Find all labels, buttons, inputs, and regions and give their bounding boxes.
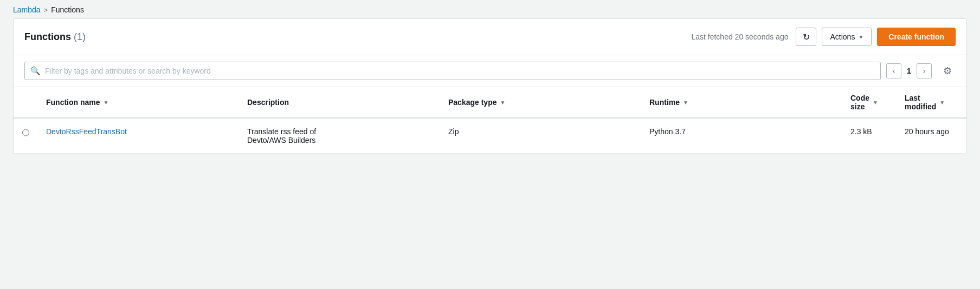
th-function-name[interactable]: Function name ▼ [37, 87, 238, 117]
sort-package-type-icon: ▼ [500, 100, 506, 106]
th-code-size[interactable]: Codesize ▼ [842, 87, 896, 117]
sort-code-size-icon: ▼ [873, 100, 878, 106]
search-input-wrap: 🔍 [24, 62, 881, 80]
row-last-modified-cell: 20 hours ago [896, 119, 966, 144]
refresh-button[interactable]: ↻ [796, 28, 816, 46]
row-radio-cell[interactable] [14, 119, 37, 146]
row-code-size-cell: 2.3 kB [842, 119, 896, 144]
row-description-cell: Translate rss feed of Devto/AWS Builders [238, 119, 440, 153]
breadcrumb-lambda-link[interactable]: Lambda [13, 5, 41, 14]
row-description-line1: Translate rss feed of [247, 127, 316, 136]
panel-title-area: Functions (1) [24, 31, 86, 43]
th-last-modified[interactable]: Lastmodified ▼ [896, 87, 966, 117]
search-input[interactable] [45, 67, 875, 75]
th-package-type[interactable]: Package type ▼ [440, 87, 641, 117]
function-name-link[interactable]: DevtoRssFeedTransBot [46, 127, 127, 136]
breadcrumb-separator: > [44, 6, 48, 14]
actions-button[interactable]: Actions ▼ [822, 28, 872, 46]
table-row: DevtoRssFeedTransBot Translate rss feed … [14, 119, 966, 154]
sort-runtime-icon: ▼ [683, 100, 688, 106]
th-checkbox [14, 87, 37, 117]
th-runtime[interactable]: Runtime ▼ [641, 87, 842, 117]
last-fetched-label: Last fetched 20 seconds ago [691, 32, 788, 41]
search-icon: 🔍 [30, 66, 41, 76]
row-package-type-cell: Zip [440, 119, 641, 144]
pagination-prev-button[interactable]: ‹ [886, 63, 901, 78]
panel-title: Functions (1) [24, 31, 86, 42]
row-function-name-cell: DevtoRssFeedTransBot [37, 119, 238, 144]
row-radio-input[interactable] [22, 128, 29, 137]
pagination-next-button[interactable]: › [917, 63, 932, 78]
actions-label: Actions [830, 32, 855, 41]
search-row: 🔍 ‹ 1 › ⚙ [14, 55, 966, 87]
refresh-icon: ↻ [803, 32, 810, 42]
main-panel: Functions (1) Last fetched 20 seconds ag… [13, 18, 967, 154]
table-header-row: Function name ▼ Description Package type… [14, 87, 966, 119]
pagination-area: ‹ 1 › [886, 63, 932, 78]
row-runtime-cell: Python 3.7 [641, 119, 842, 144]
gear-icon: ⚙ [943, 65, 952, 77]
functions-table: Function name ▼ Description Package type… [14, 87, 966, 154]
row-description-line2: Devto/AWS Builders [247, 136, 315, 144]
panel-count: (1) [74, 31, 86, 42]
th-description: Description [238, 87, 440, 117]
column-settings-button[interactable]: ⚙ [939, 63, 956, 79]
create-function-button[interactable]: Create function [877, 28, 956, 46]
breadcrumb-current: Functions [51, 5, 84, 14]
sort-last-modified-icon: ▼ [939, 100, 945, 106]
sort-function-name-icon: ▼ [104, 100, 109, 106]
header-actions: Last fetched 20 seconds ago ↻ Actions ▼ … [691, 28, 956, 46]
pagination-current: 1 [904, 67, 914, 75]
chevron-down-icon: ▼ [858, 34, 863, 40]
breadcrumb: Lambda > Functions [0, 0, 980, 18]
panel-header: Functions (1) Last fetched 20 seconds ag… [14, 19, 966, 55]
